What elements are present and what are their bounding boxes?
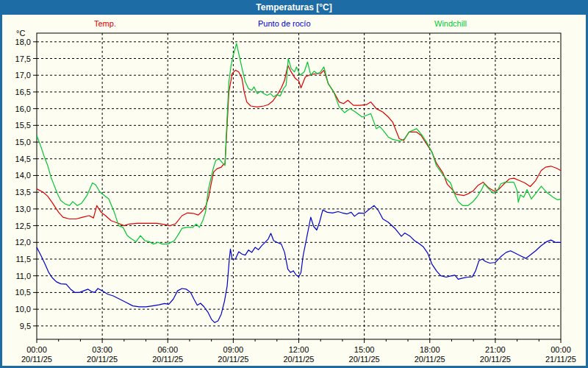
x-tick-date-label: 20/11/25: [283, 355, 314, 364]
x-tick-time-label: 12:00: [289, 345, 309, 354]
x-tick-time-label: 09:00: [223, 345, 244, 354]
y-tick-label: 17,5: [15, 54, 31, 63]
x-tick-time-label: 00:00: [26, 345, 47, 354]
y-tick-label: 12,5: [15, 222, 31, 230]
y-tick-label: 10,0: [15, 305, 31, 314]
y-tick-label: 16,5: [15, 88, 31, 96]
x-tick-date-label: 20/11/25: [87, 355, 118, 364]
x-tick-date-label: 20/11/25: [480, 355, 511, 364]
x-tick-time-label: 06:00: [157, 345, 178, 354]
x-tick-date-label: 20/11/25: [21, 355, 52, 364]
y-tick-label: 14,0: [15, 171, 31, 180]
y-tick-label: 11,0: [15, 272, 31, 280]
x-tick-date-label: 20/11/25: [415, 355, 445, 364]
x-tick-time-label: 21:00: [485, 345, 506, 354]
x-tick-date-label: 21/11/25: [545, 355, 576, 364]
y-tick-label: 12,0: [15, 238, 31, 247]
y-tick-label: 16,0: [15, 105, 31, 113]
y-tick-label: 13,0: [15, 205, 31, 213]
y-tick-label: 14,5: [15, 155, 31, 163]
y-tick-label: 18,0: [15, 38, 31, 46]
y-tick-label: 9,5: [20, 322, 31, 330]
y-tick-label: 10,5: [15, 288, 31, 297]
y-tick-label: 11,5: [15, 255, 31, 263]
x-tick-date-label: 20/11/25: [349, 355, 380, 364]
y-tick-label: 13,5: [15, 188, 31, 197]
y-tick-label: 15,0: [15, 138, 31, 146]
y-tick-label: 17,0: [15, 71, 31, 79]
x-tick-time-label: 03:00: [92, 345, 112, 354]
x-tick-date-label: 20/11/25: [152, 355, 183, 364]
y-tick-label: 15,5: [15, 121, 31, 130]
app-window: Temperaturas [°C] Temp. Punto de rocío W…: [0, 0, 588, 368]
x-tick-time-label: 18:00: [420, 345, 440, 354]
x-tick-time-label: 00:00: [551, 345, 571, 354]
x-tick-time-label: 15:00: [354, 345, 375, 354]
x-tick-date-label: 20/11/25: [218, 355, 248, 364]
temperature-chart: 18,017,517,016,516,015,515,014,514,013,5…: [0, 0, 588, 368]
